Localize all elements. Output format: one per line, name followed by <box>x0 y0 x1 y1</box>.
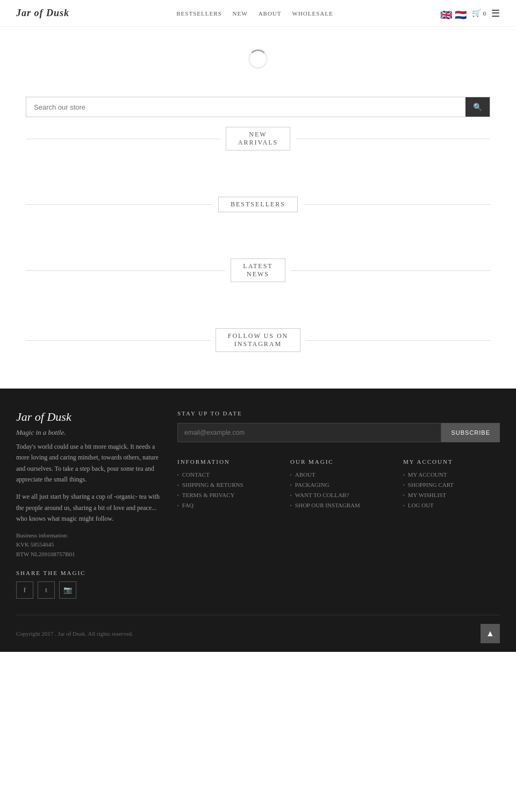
nav-new[interactable]: NEW <box>233 10 248 17</box>
cart-button[interactable]: 🛒 0 <box>472 9 486 18</box>
copyright-text: Copyright 2017 . Jar of Dusk. All rights… <box>16 630 133 637</box>
magic-link-about[interactable]: ABOUT <box>290 471 387 478</box>
latest-news-section-header: LATESTNEWS <box>26 258 490 282</box>
subscribe-button[interactable]: SUBSCRIBE <box>441 423 500 442</box>
site-header: Jar of Dusk BESTSELLERS NEW ABOUT WHOLES… <box>0 0 516 27</box>
menu-button[interactable]: ☰ <box>491 8 500 19</box>
newsletter-form: SUBSCRIBE <box>177 423 500 442</box>
section-line-left <box>26 340 210 341</box>
footer-logo-tagline: Magic in a bottle. <box>16 428 66 436</box>
newsletter-email-input[interactable] <box>177 423 441 442</box>
footer-business-info: Business information: KVK 58554645 BTW N… <box>16 531 161 559</box>
new-arrivals-content <box>0 160 516 187</box>
footer-brand: Jar of Dusk Magic in a bottle. Today's w… <box>16 410 161 599</box>
search-input[interactable] <box>26 97 465 117</box>
nav-about[interactable]: ABOUT <box>259 10 282 17</box>
new-arrivals-section-header: NEWARRIVALS <box>26 127 490 150</box>
btw-number: BTW NL209108757B01 <box>16 550 161 559</box>
business-label: Business information: <box>16 531 161 541</box>
account-link-myaccount[interactable]: MY ACCOUNT <box>403 471 500 478</box>
search-bar: 🔍 <box>26 97 490 117</box>
site-footer: Jar of Dusk Magic in a bottle. Today's w… <box>0 389 516 652</box>
footer-brand-text2: If we all just start by sharing a cup of… <box>16 491 161 524</box>
account-link-cart[interactable]: SHOPPING CART <box>403 482 500 488</box>
footer-logo-line1: Jar of Dusk <box>16 410 71 423</box>
section-line-right <box>291 270 490 271</box>
magic-link-collab[interactable]: WANT TO COLLAB? <box>290 492 387 498</box>
language-switcher[interactable]: 🇬🇧 🇳🇱 <box>440 9 467 17</box>
loading-spinner <box>248 49 268 69</box>
instagram-label[interactable]: FOLLOW US ONINSTAGRAM <box>216 328 300 352</box>
facebook-button[interactable]: f <box>16 581 33 599</box>
info-link-contact[interactable]: CONTACT <box>177 471 274 478</box>
main-nav: BESTSELLERS NEW ABOUT WHOLESALE <box>176 10 333 17</box>
instagram-button[interactable]: 📷 <box>59 581 76 599</box>
site-logo[interactable]: Jar of Dusk <box>16 8 69 19</box>
footer-bottom: Copyright 2017 . Jar of Dusk. All rights… <box>16 615 500 652</box>
dutch-flag-icon[interactable]: 🇳🇱 <box>455 9 467 17</box>
account-column-list: MY ACCOUNT SHOPPING CART MY WISHLIST LOG… <box>403 471 500 508</box>
instagram-content <box>0 362 516 389</box>
instagram-section-header: FOLLOW US ONINSTAGRAM <box>26 328 490 352</box>
latest-news-content <box>0 292 516 319</box>
footer-magic-column: OUR MAGIC ABOUT PACKAGING WANT TO COLLAB… <box>290 458 387 512</box>
english-flag-icon[interactable]: 🇬🇧 <box>440 9 452 17</box>
nav-wholesale[interactable]: WHOLESALE <box>292 10 333 17</box>
twitter-button[interactable]: t <box>38 581 55 599</box>
share-title: SHARE THE MAGIC <box>16 570 161 576</box>
footer-info-column: INFORMATION CONTACT SHIPPING & RETURNS T… <box>177 458 274 512</box>
section-line-right <box>296 139 490 139</box>
section-line-left <box>26 270 225 271</box>
cart-count: 0 <box>483 10 486 17</box>
account-link-logout[interactable]: LOG OUT <box>403 502 500 508</box>
bestsellers-label[interactable]: BESTSELLERS <box>218 197 298 212</box>
footer-logo: Jar of Dusk Magic in a bottle. <box>16 410 161 439</box>
back-to-top-button[interactable]: ▲ <box>481 624 500 643</box>
section-line-right <box>303 204 490 205</box>
info-column-list: CONTACT SHIPPING & RETURNS TERMS & PRIVA… <box>177 471 274 508</box>
latest-news-label[interactable]: LATESTNEWS <box>231 258 285 282</box>
search-button[interactable]: 🔍 <box>465 97 490 117</box>
info-link-faq[interactable]: FAQ <box>177 502 274 508</box>
loading-area <box>0 27 516 91</box>
footer-top: Jar of Dusk Magic in a bottle. Today's w… <box>16 410 500 615</box>
section-line-right <box>306 340 490 341</box>
account-column-title: MY ACCOUNT <box>403 458 500 465</box>
footer-links: INFORMATION CONTACT SHIPPING & RETURNS T… <box>177 458 500 512</box>
newsletter-section: STAY UP TO DATE SUBSCRIBE <box>177 410 500 442</box>
footer-brand-text1: Today's world could use a bit more magic… <box>16 441 161 485</box>
kvk-number: KVK 58554645 <box>16 540 161 550</box>
magic-column-list: ABOUT PACKAGING WANT TO COLLAB? SHOP OUR… <box>290 471 387 508</box>
info-link-shipping[interactable]: SHIPPING & RETURNS <box>177 482 274 488</box>
newsletter-title: STAY UP TO DATE <box>177 410 500 416</box>
info-column-title: INFORMATION <box>177 458 274 465</box>
header-right: 🇬🇧 🇳🇱 🛒 0 ☰ <box>440 8 500 19</box>
bestsellers-content <box>0 222 516 249</box>
footer-account-column: MY ACCOUNT MY ACCOUNT SHOPPING CART MY W… <box>403 458 500 512</box>
social-links: f t 📷 <box>16 581 161 599</box>
magic-link-instagram[interactable]: SHOP OUR INSTAGRAM <box>290 502 387 508</box>
section-line-left <box>26 204 213 205</box>
info-link-terms[interactable]: TERMS & PRIVACY <box>177 492 274 498</box>
magic-column-title: OUR MAGIC <box>290 458 387 465</box>
bestsellers-section-header: BESTSELLERS <box>26 197 490 212</box>
section-line-left <box>26 139 220 139</box>
magic-link-packaging[interactable]: PACKAGING <box>290 482 387 488</box>
footer-right: STAY UP TO DATE SUBSCRIBE INFORMATION CO… <box>177 410 500 599</box>
new-arrivals-label[interactable]: NEWARRIVALS <box>226 127 290 150</box>
account-link-wishlist[interactable]: MY WISHLIST <box>403 492 500 498</box>
nav-bestsellers[interactable]: BESTSELLERS <box>176 10 221 17</box>
